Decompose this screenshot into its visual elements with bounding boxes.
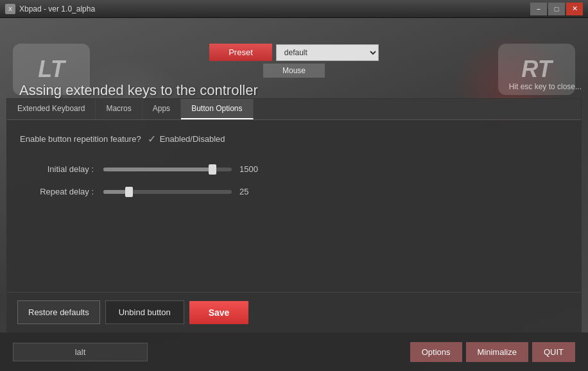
unbind-button[interactable]: Unbind button (105, 300, 184, 324)
checkbox-wrap[interactable]: ✓ Enabled/Disabled (148, 133, 225, 145)
tab-macros[interactable]: Macros (96, 99, 142, 119)
esc-hint: Hit esc key to close... (509, 82, 582, 91)
initial-delay-row: Initial delay : 1500 (20, 164, 568, 174)
window-controls: − □ ✕ (530, 3, 583, 15)
initial-delay-fill (103, 168, 212, 171)
tab-apps[interactable]: Apps (143, 99, 181, 119)
main-panel: Extended Keyboard Macros Apps Button Opt… (6, 98, 582, 332)
preset-dropdown[interactable]: default (276, 44, 379, 61)
enable-repetition-row: Enable button repetition feature? ✓ Enab… (20, 133, 568, 145)
repeat-delay-thumb[interactable] (125, 187, 133, 197)
app-icon: X (5, 4, 15, 14)
tab-bar: Extended Keyboard Macros Apps Button Opt… (7, 99, 581, 120)
repeat-delay-label: Repeat delay : (20, 187, 103, 196)
repeat-delay-row: Repeat delay : 25 (20, 187, 568, 196)
top-controls: Preset default Mouse (103, 44, 485, 78)
minimalize-button[interactable]: Minimalize (466, 342, 528, 362)
mouse-button[interactable]: Mouse (263, 64, 325, 78)
checkmark-icon: ✓ (148, 133, 156, 145)
initial-delay-label: Initial delay : (20, 164, 103, 174)
tab-button-options[interactable]: Button Options (181, 99, 253, 119)
action-buttons: Restore defaults Unbind button Save (7, 292, 581, 332)
initial-delay-thumb[interactable] (209, 164, 216, 175)
status-input[interactable] (13, 343, 148, 361)
repeat-delay-value: 25 (232, 187, 264, 196)
enable-label: Enable button repetition feature? (20, 134, 141, 144)
quit-button[interactable]: QUIT (532, 342, 575, 362)
window-title: Xbpad - ver 1.0_alpha (19, 4, 95, 13)
minimize-button[interactable]: − (530, 3, 547, 15)
status-buttons: Options Minimalize QUIT (410, 342, 575, 362)
preset-row: Preset default (209, 44, 379, 61)
status-bar: Options Minimalize QUIT (0, 332, 588, 371)
heading-text: Assing extended keys to the controller (13, 82, 575, 99)
panel-content: Enable button repetition feature? ✓ Enab… (7, 120, 581, 222)
close-button[interactable]: ✕ (566, 3, 583, 15)
initial-delay-track[interactable] (103, 168, 232, 171)
repeat-delay-track[interactable] (103, 190, 232, 194)
initial-delay-value: 1500 (232, 164, 264, 174)
options-button[interactable]: Options (410, 342, 462, 362)
maximize-button[interactable]: □ (548, 3, 565, 15)
save-button[interactable]: Save (189, 301, 249, 324)
preset-button[interactable]: Preset (209, 44, 272, 61)
restore-defaults-button[interactable]: Restore defaults (17, 300, 100, 324)
title-bar: X Xbpad - ver 1.0_alpha − □ ✕ (0, 0, 588, 18)
tab-extended-keyboard[interactable]: Extended Keyboard (7, 99, 96, 119)
title-bar-left: X Xbpad - ver 1.0_alpha (5, 4, 95, 14)
main-background: LT RT Preset default Mouse Assing extend… (0, 18, 588, 371)
checkbox-text: Enabled/Disabled (160, 134, 225, 144)
